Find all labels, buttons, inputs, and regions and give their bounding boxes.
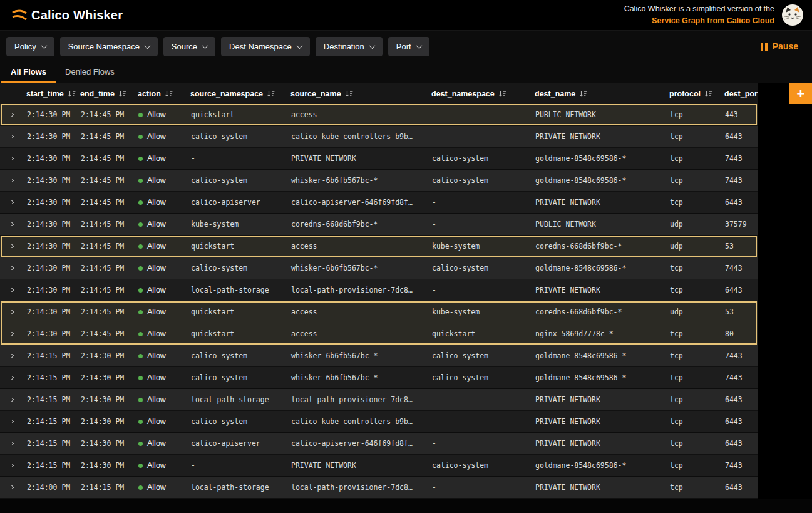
row-expand-chevron-icon[interactable] xyxy=(9,420,14,423)
cell-action: Allow xyxy=(134,483,187,492)
cell-source-namespace: quickstart xyxy=(187,110,287,119)
table-row[interactable]: 2:14:30 PM 2:14:45 PM Allow calico-syste… xyxy=(0,170,758,192)
table-row[interactable]: 2:14:30 PM 2:14:45 PM Allow - PRIVATE NE… xyxy=(0,148,758,170)
cell-source-name: access xyxy=(287,110,428,119)
pause-label: Pause xyxy=(773,41,798,51)
cell-dest-namespace: - xyxy=(428,110,531,119)
sort-icon[interactable] xyxy=(704,90,712,98)
table-row[interactable]: 2:14:30 PM 2:14:45 PM Allow local-path-s… xyxy=(0,279,758,301)
cell-dest-port: 53 xyxy=(721,308,758,316)
row-expand-chevron-icon[interactable] xyxy=(9,354,14,358)
cell-dest-name: nginx-5869d7778c-* xyxy=(531,329,666,338)
cell-start-time: 2:14:15 PM xyxy=(23,373,76,382)
filter-source[interactable]: Source xyxy=(163,37,215,56)
cell-source-name: local-path-provisioner-7dc8… xyxy=(287,286,428,294)
cell-action: Allow xyxy=(134,329,187,338)
row-expand-chevron-icon[interactable] xyxy=(9,266,14,270)
table-row[interactable]: 2:14:00 PM 2:14:15 PM Allow local-path-s… xyxy=(0,477,758,499)
row-expand-chevron-icon[interactable] xyxy=(9,442,14,445)
row-expand-chevron-icon[interactable] xyxy=(9,288,14,292)
action-label: Allow xyxy=(147,351,166,360)
sort-icon[interactable] xyxy=(579,90,587,98)
sort-icon[interactable] xyxy=(68,90,76,98)
cell-source-name: access xyxy=(287,329,428,338)
column-header-end-time[interactable]: end_time xyxy=(76,90,134,98)
allow-status-dot xyxy=(138,332,143,336)
filter-destination[interactable]: Destination xyxy=(316,37,383,56)
row-expand-chevron-icon[interactable] xyxy=(9,113,14,117)
row-expand-chevron-icon[interactable] xyxy=(9,376,14,380)
tab-denied-flows[interactable]: Denied Flows xyxy=(56,62,124,83)
table-row[interactable]: 2:14:15 PM 2:14:30 PM Allow calico-syste… xyxy=(0,367,758,389)
column-header-dest-name[interactable]: dest_name xyxy=(531,90,666,98)
cell-source-namespace: calico-system xyxy=(187,264,287,272)
table-row[interactable]: 2:14:15 PM 2:14:30 PM Allow calico-syste… xyxy=(0,345,758,367)
table-row[interactable]: 2:14:30 PM 2:14:45 PM Allow calico-syste… xyxy=(0,257,758,279)
sort-icon[interactable] xyxy=(118,90,126,98)
action-label: Allow xyxy=(147,395,166,404)
row-expand-chevron-icon[interactable] xyxy=(9,310,14,314)
filter-policy[interactable]: Policy xyxy=(6,37,54,56)
row-expand-chevron-icon[interactable] xyxy=(9,179,14,182)
table-row[interactable]: 2:14:30 PM 2:14:45 PM Allow calico-syste… xyxy=(0,126,758,148)
filter-source-namespace[interactable]: Source Namespace xyxy=(60,37,158,56)
filter-dest-namespace[interactable]: Dest Namespace xyxy=(221,37,310,56)
column-header-dest-port[interactable]: dest_port xyxy=(721,90,758,98)
sort-icon[interactable] xyxy=(345,90,353,98)
tab-all-flows[interactable]: All Flows xyxy=(1,62,56,83)
table-row[interactable]: 2:14:15 PM 2:14:30 PM Allow calico-syste… xyxy=(0,411,758,433)
cell-source-name: local-path-provisioner-7dc8… xyxy=(287,395,428,404)
column-header-start-time[interactable]: start_time xyxy=(23,90,76,98)
table-row[interactable]: 2:14:15 PM 2:14:30 PM Allow local-path-s… xyxy=(0,389,758,411)
cell-dest-namespace: - xyxy=(428,439,531,448)
table-header-row: start_time end_time action source_namesp… xyxy=(0,83,758,104)
row-expand-chevron-icon[interactable] xyxy=(9,244,14,248)
table-body: 2:14:30 PM 2:14:45 PM Allow quickstart a… xyxy=(0,104,812,499)
sort-icon[interactable] xyxy=(165,90,173,98)
cell-protocol: tcp xyxy=(666,132,721,141)
row-expand-chevron-icon[interactable] xyxy=(9,398,14,402)
cell-action: Allow xyxy=(134,176,187,185)
cell-dest-namespace: - xyxy=(428,483,531,492)
pause-button[interactable]: Pause xyxy=(761,41,803,51)
table-row[interactable]: 2:14:15 PM 2:14:30 PM Allow calico-apise… xyxy=(0,433,758,455)
pause-icon xyxy=(761,43,768,51)
table-row[interactable]: 2:14:30 PM 2:14:45 PM Allow calico-apise… xyxy=(0,192,758,214)
filter-port[interactable]: Port xyxy=(388,37,429,56)
cell-source-name: PRIVATE NETWORK xyxy=(287,461,428,470)
cell-source-namespace: quickstart xyxy=(187,308,287,316)
allow-status-dot xyxy=(138,310,143,314)
row-expand-chevron-icon[interactable] xyxy=(9,222,14,226)
column-header-action[interactable]: action xyxy=(134,90,187,98)
table-row[interactable]: 2:14:30 PM 2:14:45 PM Allow quickstart a… xyxy=(0,236,758,257)
row-expand-chevron-icon[interactable] xyxy=(9,200,14,204)
column-header-protocol[interactable]: protocol xyxy=(666,90,721,98)
service-graph-link[interactable]: Service Graph from Calico Cloud xyxy=(624,15,774,27)
table-row[interactable]: 2:14:30 PM 2:14:45 PM Allow quickstart a… xyxy=(0,104,758,126)
row-expand-chevron-icon[interactable] xyxy=(9,332,14,336)
table-row[interactable]: 2:14:30 PM 2:14:45 PM Allow kube-system … xyxy=(0,214,758,236)
row-expand-chevron-icon[interactable] xyxy=(9,157,14,160)
row-expand-chevron-icon[interactable] xyxy=(9,464,14,467)
cell-dest-namespace: - xyxy=(428,132,531,141)
table-row[interactable]: 2:14:30 PM 2:14:45 PM Allow quickstart a… xyxy=(0,301,758,323)
allow-status-dot xyxy=(138,442,143,446)
sort-icon[interactable] xyxy=(498,90,506,98)
cell-action: Allow xyxy=(134,395,187,404)
allow-status-dot xyxy=(138,354,143,358)
column-header-source-namespace[interactable]: source_namespace xyxy=(187,90,287,98)
cell-dest-port: 7443 xyxy=(721,154,758,163)
row-expand-chevron-icon[interactable] xyxy=(9,135,14,138)
row-expand-chevron-icon[interactable] xyxy=(9,485,14,489)
cell-start-time: 2:14:30 PM xyxy=(23,154,76,163)
table-row[interactable]: 2:14:15 PM 2:14:30 PM Allow - PRIVATE NE… xyxy=(0,455,758,477)
sort-icon[interactable] xyxy=(267,90,275,98)
cell-source-namespace: calico-apiserver xyxy=(187,198,287,207)
table-row[interactable]: 2:14:30 PM 2:14:45 PM Allow quickstart a… xyxy=(0,323,758,345)
column-header-source-name[interactable]: source_name xyxy=(287,90,428,98)
add-filter-button[interactable]: + xyxy=(789,83,812,104)
column-header-dest-namespace[interactable]: dest_namespace xyxy=(428,90,531,98)
cell-dest-namespace: calico-system xyxy=(428,351,531,360)
action-label: Allow xyxy=(147,154,166,163)
allow-status-dot xyxy=(138,398,143,402)
